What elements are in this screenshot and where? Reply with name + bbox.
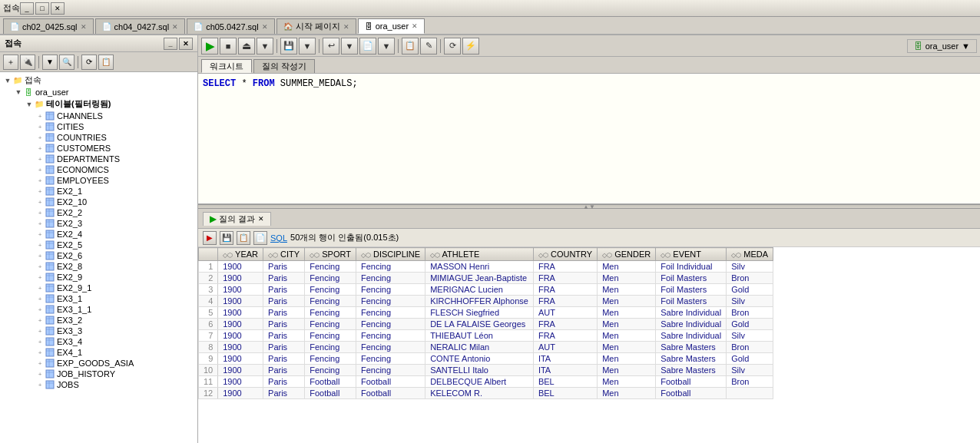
- tree-item-21[interactable]: +EX3_1_1: [0, 304, 197, 315]
- format-button[interactable]: 📋: [402, 38, 419, 55]
- tree-toggle-1[interactable]: ▼: [14, 88, 23, 97]
- save-dropdown-button[interactable]: ▼: [299, 38, 316, 55]
- col-header-gender[interactable]: ◇⬡ GENDER: [598, 248, 656, 261]
- tree-toggle-17[interactable]: +: [35, 262, 45, 271]
- tree-toggle-12[interactable]: +: [35, 208, 45, 217]
- tree-toggle-7[interactable]: +: [35, 154, 45, 164]
- tree-item-19[interactable]: +EX2_9_1: [0, 283, 197, 293]
- worksheet-tab-워크시트[interactable]: 워크시트: [201, 59, 252, 73]
- tab-close-ch02_0425[interactable]: ✕: [81, 23, 87, 31]
- sql-editor[interactable]: SELECT * FROM SUMMER_MEDALS;: [198, 74, 980, 204]
- tree-toggle-13[interactable]: +: [35, 219, 45, 228]
- data-table-container[interactable]: ◇⬡ YEAR◇⬡ CITY◇⬡ SPORT◇⬡ DISCIPLINE◇⬡ AT…: [198, 247, 980, 443]
- result-copy-button[interactable]: 📋: [237, 231, 250, 245]
- tree-item-23[interactable]: +EX3_3: [0, 326, 197, 336]
- run-button[interactable]: ▶: [201, 38, 218, 55]
- tab-close-start_page[interactable]: ✕: [343, 23, 349, 31]
- result-run-button[interactable]: ▶: [203, 231, 217, 245]
- left-panel-close[interactable]: ✕: [179, 38, 193, 50]
- minimize-button[interactable]: _: [20, 2, 34, 15]
- tab-close-ch04_0427[interactable]: ✕: [172, 23, 178, 31]
- col-header-event[interactable]: ◇⬡ EVENT: [656, 248, 727, 261]
- left-panel-minimize[interactable]: _: [164, 38, 177, 50]
- tab-ch04_0427[interactable]: 📄ch04_0427.sql✕: [95, 18, 186, 34]
- tree-item-28[interactable]: +JOBS: [0, 379, 197, 390]
- worksheet-tab-질의 작성기[interactable]: 질의 작성기: [253, 59, 315, 73]
- stop-button[interactable]: ■: [220, 38, 237, 55]
- tree-toggle-14[interactable]: +: [35, 230, 45, 239]
- edit-button[interactable]: ✎: [420, 38, 437, 55]
- tree-item-27[interactable]: +JOB_HISTORY: [0, 369, 197, 379]
- tree-toggle-26[interactable]: +: [35, 359, 45, 368]
- tree-toggle-11[interactable]: +: [35, 197, 45, 207]
- tree-toggle-19[interactable]: +: [35, 283, 45, 293]
- tree-toggle-2[interactable]: ▼: [25, 100, 34, 109]
- tree-toggle-6[interactable]: +: [35, 144, 45, 153]
- sql-link[interactable]: SQL: [270, 233, 287, 243]
- history-dropdown-button[interactable]: ▼: [378, 38, 395, 55]
- col-header-rownum[interactable]: [199, 248, 218, 261]
- tree-item-22[interactable]: +EX3_2: [0, 315, 197, 326]
- tree-item-0[interactable]: ▼📁접속: [0, 74, 197, 87]
- col-header-sport[interactable]: ◇⬡ SPORT: [305, 248, 356, 261]
- tree-toggle-15[interactable]: +: [35, 240, 45, 250]
- results-tab[interactable]: ▶ 질의 결과 ✕: [203, 212, 271, 226]
- tree-toggle-10[interactable]: +: [35, 187, 45, 196]
- tree-item-20[interactable]: +EX3_1: [0, 293, 197, 304]
- tree-toggle-21[interactable]: +: [35, 305, 45, 314]
- cancel-button[interactable]: ⟳: [444, 38, 461, 55]
- tree-item-5[interactable]: +COUNTRIES: [0, 132, 197, 143]
- tree-toggle-8[interactable]: +: [35, 165, 45, 174]
- tree-toggle-0[interactable]: ▼: [3, 76, 12, 85]
- tree-item-8[interactable]: +ECONOMICS: [0, 164, 197, 175]
- tree-item-9[interactable]: +EMPLOYEES: [0, 175, 197, 186]
- tree-toggle-18[interactable]: +: [35, 273, 45, 282]
- tree-toggle-3[interactable]: +: [35, 111, 45, 121]
- tree-item-26[interactable]: +EXP_GOODS_ASIA: [0, 358, 197, 369]
- open-dropdown-button[interactable]: ▼: [341, 38, 358, 55]
- tree-toggle-25[interactable]: +: [35, 348, 45, 357]
- tree-item-16[interactable]: +EX2_6: [0, 250, 197, 261]
- tab-close-ch05_0427[interactable]: ✕: [262, 23, 268, 31]
- col-header-country[interactable]: ◇⬡ COUNTRY: [533, 248, 597, 261]
- tree-item-3[interactable]: +CHANNELS: [0, 111, 197, 121]
- tree-toggle-9[interactable]: +: [35, 176, 45, 185]
- col-header-medal[interactable]: ◇⬡ MEDA: [727, 248, 773, 261]
- autotrace-button[interactable]: ⚡: [462, 38, 479, 55]
- tree-toggle-28[interactable]: +: [35, 380, 45, 389]
- tree-toggle-24[interactable]: +: [35, 337, 45, 346]
- results-tab-close[interactable]: ✕: [258, 215, 264, 223]
- tree-item-18[interactable]: +EX2_9: [0, 272, 197, 283]
- tree-item-17[interactable]: +EX2_8: [0, 261, 197, 272]
- tree-item-7[interactable]: +DEPARTMENTS: [0, 154, 197, 164]
- tree-item-25[interactable]: +EX4_1: [0, 347, 197, 358]
- tab-ch02_0425[interactable]: 📄ch02_0425.sql✕: [3, 18, 94, 34]
- tree-item-1[interactable]: ▼🗄ora_user: [0, 87, 197, 98]
- tree-item-6[interactable]: +CUSTOMERS: [0, 143, 197, 154]
- filter-button[interactable]: ▼: [42, 55, 58, 70]
- tree-item-11[interactable]: +EX2_10: [0, 197, 197, 207]
- col-header-city[interactable]: ◇⬡ CITY: [263, 248, 305, 261]
- result-print-button[interactable]: 📄: [253, 231, 267, 245]
- tree-item-2[interactable]: ▼📁테이블(필터링됨): [0, 98, 197, 111]
- tree-toggle-27[interactable]: +: [35, 369, 45, 379]
- tree-item-15[interactable]: +EX2_5: [0, 240, 197, 250]
- tree-item-12[interactable]: +EX2_2: [0, 207, 197, 218]
- tree-item-14[interactable]: +EX2_4: [0, 229, 197, 240]
- run-dropdown-button[interactable]: ▼: [257, 38, 273, 55]
- tree-toggle-22[interactable]: +: [35, 316, 45, 325]
- tree-toggle-20[interactable]: +: [35, 294, 45, 303]
- search-button[interactable]: 🔍: [59, 55, 74, 70]
- add-connection-button[interactable]: ＋: [3, 55, 18, 70]
- tab-ora_user[interactable]: 🗄ora_user✕: [358, 18, 425, 34]
- tab-ch05_0427[interactable]: 📄ch05.0427.sql✕: [187, 18, 275, 34]
- col-header-discipline[interactable]: ◇⬡ DISCIPLINE: [356, 248, 425, 261]
- tree-item-13[interactable]: +EX2_3: [0, 218, 197, 229]
- tab-close-ora_user[interactable]: ✕: [412, 22, 418, 30]
- tree-toggle-4[interactable]: +: [35, 122, 45, 131]
- tree-toggle-23[interactable]: +: [35, 326, 45, 336]
- refresh-button[interactable]: ⟳: [81, 55, 97, 70]
- run-script-button[interactable]: ⏏: [238, 38, 255, 55]
- tree-item-4[interactable]: +CITIES: [0, 121, 197, 132]
- close-button[interactable]: ✕: [51, 2, 65, 15]
